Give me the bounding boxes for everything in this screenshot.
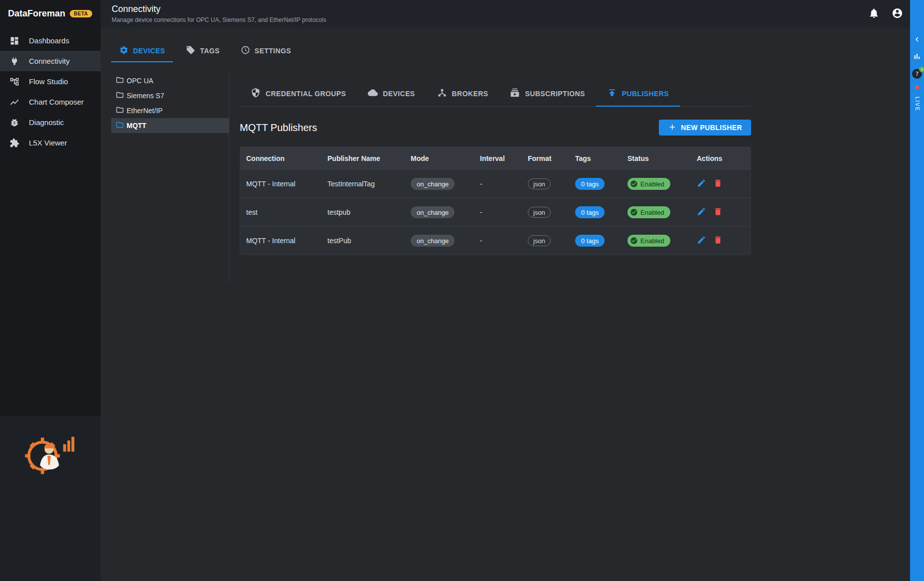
trash-icon (713, 178, 723, 189)
protocol-label: MQTT (127, 122, 147, 130)
column-header: Format (522, 154, 569, 162)
collapse-panel-button[interactable] (913, 35, 922, 45)
subtab-publishers[interactable]: PUBLISHERS (596, 80, 680, 107)
tab-devices[interactable]: DEVICES (111, 39, 173, 62)
shield-icon (251, 88, 261, 99)
record-indicator (915, 85, 919, 89)
tab-tags[interactable]: TAGS (178, 39, 227, 62)
edit-button[interactable] (697, 178, 706, 189)
column-header: Tags (569, 154, 621, 162)
sidebar-item-l5x-viewer[interactable]: L5X Viewer (0, 133, 101, 153)
publishers-table: Connection Publisher Name Mode Interval … (240, 146, 751, 255)
cell-publisher-name: testpub (321, 208, 405, 216)
new-publisher-button[interactable]: NEW PUBLISHER (659, 120, 751, 136)
protocol-item-mqtt[interactable]: MQTT (111, 118, 229, 133)
mode-chip: on_change (411, 235, 455, 247)
tab-label: SETTINGS (255, 47, 291, 55)
bug-icon (9, 118, 19, 128)
chart-icon (9, 97, 19, 107)
cell-actions (691, 178, 751, 189)
nav-label: Diagnostic (29, 118, 64, 127)
subtab-subscriptions[interactable]: SUBSCRIPTIONS (499, 80, 596, 107)
content-area: DEVICES TAGS SETTINGS (101, 27, 910, 581)
status-label: Enabled (640, 237, 664, 245)
sidebar-item-chart-composer[interactable]: Chart Composer (0, 92, 101, 112)
mqtt-subtabs: CREDENTIAL GROUPS DEVICES (240, 80, 751, 107)
tab-label: DEVICES (133, 47, 165, 55)
tags-chip: 0 tags (575, 206, 605, 218)
nav-label: Chart Composer (29, 98, 84, 106)
live-panel: 7 5 LIVE (910, 0, 924, 581)
cell-interval: - (474, 208, 522, 216)
check-circle-icon (630, 180, 638, 188)
connectivity-icon (9, 56, 19, 66)
gear-icon (119, 45, 129, 56)
bar-chart-icon (913, 52, 922, 62)
tab-settings[interactable]: SETTINGS (233, 39, 299, 62)
beta-badge: BETA (70, 10, 92, 17)
edit-button[interactable] (697, 207, 706, 218)
mode-chip: on_change (411, 178, 455, 190)
trash-icon (713, 235, 723, 246)
tags-chip: 0 tags (575, 235, 605, 247)
cell-connection: MQTT - Internal (240, 237, 321, 245)
edit-button[interactable] (697, 235, 706, 246)
pencil-icon (697, 235, 706, 246)
nav-label: L5X Viewer (29, 139, 67, 147)
notifications-button[interactable] (868, 7, 880, 20)
sidebar-item-flow-studio[interactable]: Flow Studio (0, 71, 101, 92)
status-badge: Enabled (627, 235, 670, 247)
plus-icon (668, 123, 677, 133)
live-sub-badge: 5 (919, 66, 924, 72)
delete-button[interactable] (713, 207, 723, 218)
subtab-label: BROKERS (452, 90, 488, 98)
page-header: Connectivity Manage device connections f… (101, 0, 910, 27)
delete-button[interactable] (713, 178, 723, 189)
subtab-brokers[interactable]: BROKERS (426, 80, 499, 107)
table-header-row: Connection Publisher Name Mode Interval … (240, 147, 751, 169)
subtab-devices[interactable]: DEVICES (357, 80, 426, 107)
folder-icon (116, 121, 124, 131)
account-button[interactable] (892, 7, 903, 20)
sidebar-footer (0, 417, 101, 581)
status-label: Enabled (640, 209, 664, 216)
protocol-item-siemens-s7[interactable]: Siemens S7 (111, 88, 229, 103)
nav-label: Connectivity (29, 57, 70, 65)
primary-tabs: DEVICES TAGS SETTINGS (111, 39, 910, 62)
table-row: MQTT - Internal testPub on_change - json… (240, 226, 751, 255)
pencil-icon (697, 207, 706, 218)
column-header: Connection (240, 154, 321, 162)
subscriptions-icon (510, 88, 520, 99)
subtab-credential-groups[interactable]: CREDENTIAL GROUPS (240, 80, 357, 107)
cell-interval: - (474, 180, 522, 188)
live-chart-button[interactable] (913, 52, 922, 62)
table-row: test testpub on_change - json 0 tags (240, 198, 751, 226)
check-circle-icon (630, 208, 638, 216)
protocol-item-opcua[interactable]: OPC UA (111, 73, 229, 88)
protocol-item-ethernet-ip[interactable]: EtherNet/IP (111, 103, 229, 118)
main-area: Connectivity Manage device connections f… (101, 0, 910, 581)
cell-connection: test (240, 208, 321, 216)
dashboard-icon (9, 36, 19, 46)
column-header: Interval (474, 154, 522, 162)
live-count: 7 (916, 71, 919, 77)
bell-icon (868, 7, 880, 20)
sidebar-nav: Dashboards Connectivity Flow Studio Char… (0, 27, 101, 153)
clock-icon (241, 45, 250, 56)
section-title: MQTT Publishers (240, 122, 317, 134)
app-logo: DataForeman BETA (0, 0, 101, 27)
delete-button[interactable] (713, 235, 723, 246)
sidebar-item-connectivity[interactable]: Connectivity (0, 51, 101, 71)
folder-icon (116, 91, 124, 101)
page-title: Connectivity (112, 4, 326, 14)
format-chip: json (528, 178, 551, 189)
status-label: Enabled (640, 180, 664, 188)
mode-chip: on_change (411, 206, 455, 218)
app-name: DataForeman (8, 8, 65, 19)
live-count-badge[interactable]: 7 5 (912, 69, 922, 79)
sidebar-item-dashboards[interactable]: Dashboards (0, 30, 101, 51)
cell-actions (691, 207, 751, 218)
cell-publisher-name: testPub (321, 237, 405, 245)
sidebar-item-diagnostic[interactable]: Diagnostic (0, 112, 101, 133)
account-icon (892, 7, 903, 20)
